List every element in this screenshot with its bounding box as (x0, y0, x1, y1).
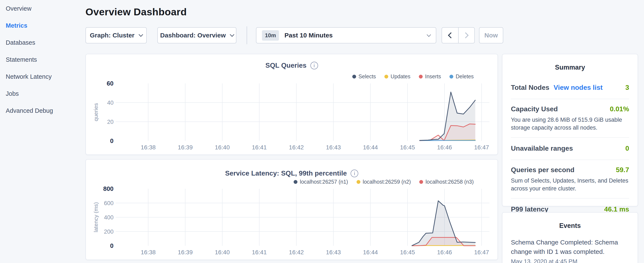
chevron-right-icon (463, 32, 468, 38)
svg-text:16:44: 16:44 (363, 144, 378, 151)
summary-row-link[interactable]: View nodes list (554, 84, 603, 92)
svg-text:40: 40 (107, 100, 114, 106)
chevron-left-icon (448, 32, 454, 38)
sidebar-item-metrics[interactable]: Metrics (0, 17, 85, 34)
svg-text:latency (ms): latency (ms) (93, 202, 99, 232)
svg-text:60: 60 (107, 80, 114, 87)
chevron-down-icon (427, 33, 431, 37)
svg-text:16:43: 16:43 (326, 144, 341, 151)
svg-text:16:41: 16:41 (252, 144, 267, 151)
time-step-buttons (442, 27, 475, 43)
next-time-button[interactable] (458, 28, 474, 43)
summary-row-value: 0 (625, 144, 629, 152)
now-button[interactable]: Now (479, 27, 503, 43)
service-latency-chart-card: Service Latency: SQL, 99th percentileilo… (86, 159, 498, 260)
summary-row-label: Unavailable ranges (511, 144, 573, 152)
events-list: Schema Change Completed: Schema change w… (502, 238, 638, 263)
summary-row-label: Queries per second (511, 166, 574, 174)
summary-row-head: Capacity Used0.01% (511, 105, 629, 113)
svg-text:400: 400 (104, 214, 114, 221)
dashboard-dropdown-label: Dashboard: Overview (160, 32, 226, 39)
summary-row-value: 3 (625, 84, 629, 92)
prev-time-button[interactable] (442, 28, 458, 43)
dashboard-dropdown[interactable]: Dashboard: Overview (157, 27, 236, 43)
chart-plot-area[interactable]: 16:3816:3916:4016:4116:4216:4316:4416:45… (86, 54, 498, 155)
svg-text:16:45: 16:45 (400, 249, 415, 255)
svg-text:20: 20 (107, 119, 114, 125)
svg-text:16:45: 16:45 (400, 144, 415, 151)
summary-row-head: Queries per second59.7 (511, 166, 629, 174)
svg-text:16:47: 16:47 (474, 144, 489, 151)
sidebar-item-jobs[interactable]: Jobs (0, 85, 85, 102)
summary-row: Capacity Used0.01%You are using 28.6 MiB… (511, 99, 629, 138)
events-panel: Events Schema Change Completed: Schema c… (502, 212, 638, 263)
event-timestamp: May 13, 2020 at 4:45 PM (511, 258, 629, 263)
summary-panel: Summary Total NodesView nodes list3Capac… (502, 54, 638, 206)
admin-ui-root: OverviewMetricsDatabasesStatementsNetwor… (0, 0, 644, 263)
svg-text:800: 800 (103, 185, 114, 192)
sidebar-nav: OverviewMetricsDatabasesStatementsNetwor… (0, 0, 85, 263)
svg-text:0: 0 (110, 137, 114, 144)
svg-text:200: 200 (104, 228, 114, 235)
chart-plot-area[interactable]: 16:3816:3916:4016:4116:4216:4316:4416:45… (86, 160, 498, 260)
events-title: Events (502, 212, 638, 229)
summary-row-head: Total NodesView nodes list3 (511, 84, 629, 92)
sidebar-item-databases[interactable]: Databases (0, 34, 85, 51)
svg-text:16:43: 16:43 (326, 249, 341, 255)
summary-row-head: Unavailable ranges0 (511, 144, 629, 152)
summary-row: Total NodesView nodes list3 (511, 77, 629, 99)
svg-text:16:39: 16:39 (178, 249, 193, 255)
svg-text:16:46: 16:46 (437, 144, 452, 151)
summary-row-value: 59.7 (616, 166, 629, 174)
svg-text:16:38: 16:38 (141, 144, 156, 151)
summary-row-label: Total Nodes (511, 84, 550, 92)
sidebar-item-network-latency[interactable]: Network Latency (0, 68, 85, 85)
time-range-label: Past 10 Minutes (284, 32, 427, 39)
summary-rows: Total NodesView nodes list3Capacity Used… (502, 71, 638, 220)
summary-title: Summary (502, 54, 638, 71)
controls-divider (247, 26, 247, 44)
chevron-down-icon (138, 32, 143, 37)
svg-text:16:41: 16:41 (252, 249, 267, 255)
svg-text:16:47: 16:47 (474, 249, 489, 255)
svg-text:16:42: 16:42 (289, 249, 304, 255)
sidebar-item-advanced-debug[interactable]: Advanced Debug (0, 102, 85, 119)
summary-row: Unavailable ranges0 (511, 138, 629, 160)
time-range-picker[interactable]: 10m Past 10 Minutes (256, 27, 436, 43)
sql-queries-chart-card: SQL QueriesiSelectsUpdatesInsertsDeletes… (86, 54, 498, 155)
svg-text:16:40: 16:40 (215, 144, 230, 151)
summary-row-desc: Sum of Selects, Updates, Inserts, and De… (511, 177, 629, 193)
sidebar-item-statements[interactable]: Statements (0, 51, 85, 68)
summary-row-desc: You are using 28.6 MiB of 515.9 GiB usab… (511, 116, 629, 132)
time-range-badge: 10m (262, 30, 279, 41)
svg-text:600: 600 (104, 200, 114, 206)
svg-text:16:40: 16:40 (215, 249, 230, 255)
svg-text:16:44: 16:44 (363, 249, 378, 255)
svg-text:16:39: 16:39 (178, 144, 193, 151)
chevron-down-icon (230, 32, 234, 37)
svg-text:queries: queries (93, 103, 99, 121)
graph-dropdown-label: Graph: Cluster (90, 32, 134, 39)
graph-dropdown[interactable]: Graph: Cluster (86, 27, 147, 43)
svg-text:0: 0 (110, 242, 114, 249)
page-title: Overview Dashboard (86, 6, 187, 18)
svg-text:16:38: 16:38 (141, 249, 156, 255)
summary-row: Queries per second59.7Sum of Selects, Up… (511, 160, 629, 198)
summary-row-value: 0.01% (610, 105, 629, 113)
svg-text:16:42: 16:42 (289, 144, 304, 151)
summary-row-label: Capacity Used (511, 105, 558, 113)
svg-text:16:46: 16:46 (437, 249, 452, 255)
event-item[interactable]: Schema Change Completed: Schema change w… (511, 238, 629, 263)
sidebar-item-overview[interactable]: Overview (0, 0, 85, 17)
event-text: Schema Change Completed: Schema change w… (511, 238, 629, 256)
